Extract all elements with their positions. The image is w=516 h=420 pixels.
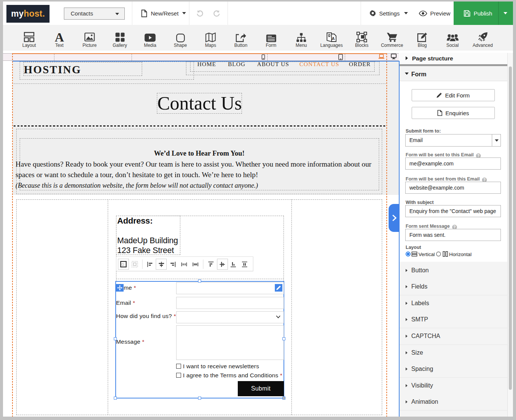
svg-text:Vertical: Vertical — [418, 252, 435, 257]
svg-text:A: A — [55, 32, 64, 42]
svg-text:A: A — [332, 36, 335, 41]
svg-text:Horizontal: Horizontal — [449, 252, 471, 257]
